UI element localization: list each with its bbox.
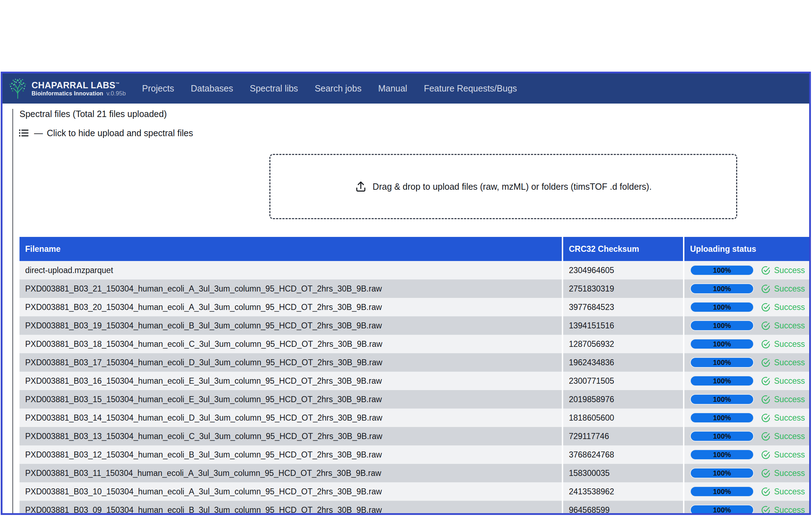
nav-item-projects[interactable]: Projects	[142, 83, 174, 94]
status-success: Success	[761, 284, 805, 294]
table-row: PXD003881_B03_14_150304_human_ecoli_D_3u…	[19, 409, 809, 427]
check-circle-icon	[761, 266, 771, 275]
app-window: CHAPARRAL LABS™ Bioinformatics Innovatio…	[1, 72, 811, 515]
status-cell: 100% Success	[683, 279, 809, 298]
filename-cell: PXD003881_B03_19_150304_human_ecoli_B_3u…	[19, 316, 562, 335]
status-cell: 100% Success	[683, 464, 809, 482]
status-success: Success	[761, 339, 805, 349]
nav-item-spectral-libs[interactable]: Spectral libs	[250, 83, 298, 94]
filename-cell: PXD003881_B03_13_150304_human_ecoli_C_3u…	[19, 427, 562, 445]
panel-divider[interactable]	[12, 109, 13, 515]
status-success: Success	[761, 413, 805, 423]
status-success: Success	[761, 376, 805, 386]
table-row: PXD003881_B03_17_150304_human_ecoli_D_3u…	[19, 353, 809, 372]
table-row: PXD003881_B03_10_150304_human_ecoli_A_3u…	[19, 482, 809, 501]
status-cell: 100% Success	[683, 445, 809, 464]
progress-pill: 100%	[690, 283, 754, 294]
status-success: Success	[761, 432, 805, 441]
check-circle-icon	[761, 339, 771, 349]
status-label: Success	[774, 432, 805, 441]
status-cell: 100% Success	[683, 261, 809, 279]
table-row: PXD003881_B03_15_150304_human_ecoli_E_3u…	[19, 390, 809, 409]
upload-section-toggle[interactable]: — Click to hide upload and spectral file…	[18, 127, 809, 139]
progress-pill: 100%	[690, 376, 754, 386]
brand[interactable]: CHAPARRAL LABS™ Bioinformatics Innovatio…	[7, 78, 126, 100]
filename-cell: PXD003881_B03_20_150304_human_ecoli_A_3u…	[19, 298, 562, 316]
checksum-cell: 1962434836	[562, 353, 683, 372]
table-row: PXD003881_B03_20_150304_human_ecoli_A_3u…	[19, 298, 809, 316]
table-header-row: Filename CRC32 Checksum Uploading status	[19, 237, 809, 261]
column-header-filename: Filename	[19, 237, 562, 261]
status-cell: 100% Success	[683, 335, 809, 353]
upload-table: Filename CRC32 Checksum Uploading status…	[19, 237, 809, 515]
status-success: Success	[761, 450, 805, 460]
status-label: Success	[774, 303, 805, 312]
checksum-cell: 1394151516	[562, 316, 683, 335]
check-circle-icon	[761, 303, 771, 312]
toggle-label: Click to hide upload and spectral files	[47, 128, 193, 138]
brand-text: CHAPARRAL LABS™ Bioinformatics Innovatio…	[32, 80, 126, 97]
navbar: CHAPARRAL LABS™ Bioinformatics Innovatio…	[2, 73, 809, 104]
status-label: Success	[774, 284, 805, 294]
file-dropzone[interactable]: Drag & drop to upload files (raw, mzML) …	[269, 154, 737, 219]
progress-pill: 100%	[690, 302, 754, 312]
brand-name: CHAPARRAL LABS™	[32, 80, 126, 90]
filename-cell: direct-upload.mzparquet	[19, 261, 562, 279]
checksum-cell: 1818605600	[562, 409, 683, 427]
checksum-cell: 2304964605	[562, 261, 683, 279]
status-cell: 100% Success	[683, 372, 809, 390]
progress-pill: 100%	[690, 320, 754, 331]
status-success: Success	[761, 468, 805, 478]
status-cell: 100% Success	[683, 390, 809, 409]
filename-cell: PXD003881_B03_17_150304_human_ecoli_D_3u…	[19, 353, 562, 372]
status-label: Success	[774, 487, 805, 496]
filename-cell: PXD003881_B03_14_150304_human_ecoli_D_3u…	[19, 409, 562, 427]
check-circle-icon	[761, 468, 771, 478]
status-label: Success	[774, 321, 805, 331]
check-circle-icon	[761, 450, 771, 460]
table-row: PXD003881_B03_16_150304_human_ecoli_E_3u…	[19, 372, 809, 390]
table-row: PXD003881_B03_21_150304_human_ecoli_A_3u…	[19, 279, 809, 298]
status-label: Success	[774, 376, 805, 386]
status-label: Success	[774, 468, 805, 478]
status-label: Success	[774, 395, 805, 404]
trademark: ™	[116, 82, 119, 86]
status-cell: 100% Success	[683, 353, 809, 372]
content-area: Spectral files (Total 21 files uploaded)…	[2, 109, 809, 515]
status-cell: 100% Success	[683, 316, 809, 335]
filename-cell: PXD003881_B03_16_150304_human_ecoli_E_3u…	[19, 372, 562, 390]
check-circle-icon	[761, 358, 771, 367]
progress-pill: 100%	[690, 412, 754, 423]
table-row: direct-upload.mzparquet 2304964605 100% …	[19, 261, 809, 279]
progress-pill: 100%	[690, 431, 754, 442]
nav-item-feature-requests-bugs[interactable]: Feature Requests/Bugs	[424, 83, 517, 94]
status-success: Success	[761, 266, 805, 275]
status-label: Success	[774, 413, 805, 423]
check-circle-icon	[761, 321, 771, 331]
status-cell: 100% Success	[683, 482, 809, 501]
nav-item-search-jobs[interactable]: Search jobs	[315, 83, 362, 94]
status-success: Success	[761, 505, 805, 515]
progress-pill: 100%	[690, 505, 754, 515]
progress-pill: 100%	[690, 265, 754, 276]
check-circle-icon	[761, 432, 771, 441]
status-success: Success	[761, 321, 805, 331]
status-cell: 100% Success	[683, 409, 809, 427]
app-version: v.0.95b	[106, 90, 126, 97]
status-label: Success	[774, 450, 805, 460]
filename-cell: PXD003881_B03_21_150304_human_ecoli_A_3u…	[19, 279, 562, 298]
brand-tagline: Bioinformatics Innovation	[32, 90, 103, 97]
nav-item-manual[interactable]: Manual	[378, 83, 407, 94]
nav-item-databases[interactable]: Databases	[191, 83, 233, 94]
checksum-cell: 2019858976	[562, 390, 683, 409]
filename-cell: PXD003881_B03_11_150304_human_ecoli_A_3u…	[19, 464, 562, 482]
check-circle-icon	[761, 487, 771, 496]
check-circle-icon	[761, 395, 771, 404]
page-title: Spectral files (Total 21 files uploaded)	[19, 109, 809, 119]
column-header-status: Uploading status	[683, 237, 809, 261]
dropzone-label: Drag & drop to upload files (raw, mzML) …	[373, 182, 651, 192]
status-label: Success	[774, 505, 805, 515]
status-cell: 100% Success	[683, 427, 809, 445]
filename-cell: PXD003881_B03_12_150304_human_ecoli_B_3u…	[19, 445, 562, 464]
filename-cell: PXD003881_B03_09_150304_human_ecoli_B_3u…	[19, 501, 562, 515]
